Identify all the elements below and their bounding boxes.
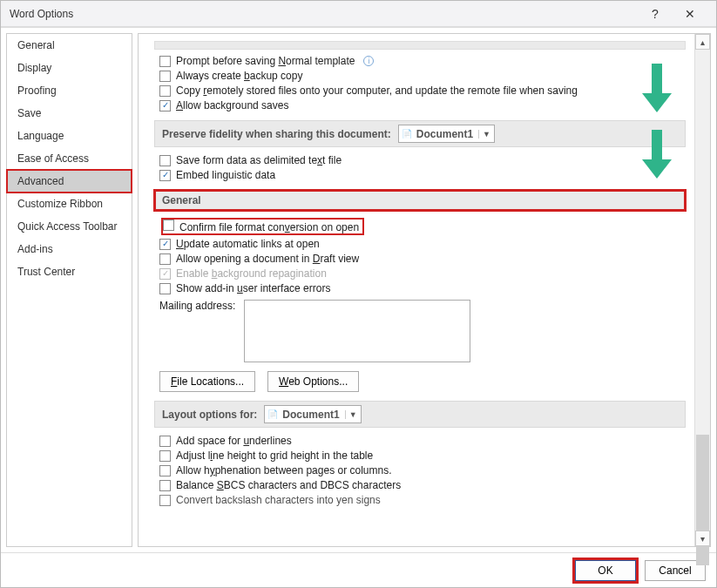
option-confirm_conv: Confirm file format conversion on open	[159, 218, 686, 235]
checkbox-addin_errors[interactable]	[159, 283, 171, 294]
label-prompt_normal: Prompt before saving Normal template	[176, 55, 355, 67]
checkbox-bg_repag	[159, 268, 171, 280]
option-prompt_normal: Prompt before saving Normal templatei	[159, 55, 686, 67]
sidebar-item-trust-center[interactable]: Trust Center	[7, 260, 132, 283]
sidebar-item-ease-of-access[interactable]: Ease of Access	[7, 147, 132, 170]
checkbox-draft_open[interactable]	[159, 253, 171, 265]
checkbox-balance_sbcs[interactable]	[159, 480, 171, 491]
general-buttons-row: File Locations...Web Options...	[159, 371, 686, 392]
dialog-body: GeneralDisplayProofingSaveLanguageEase o…	[1, 27, 716, 552]
checkbox-allow_hyphen[interactable]	[159, 465, 171, 476]
file-locations-button[interactable]: File Locations...	[159, 371, 255, 392]
web-options-button[interactable]: Web Options...	[267, 371, 359, 392]
label-save_form_data: Save form data as delimited text file	[176, 154, 342, 166]
layout-doc-dropdown[interactable]: 📄Document1▼	[264, 405, 361, 423]
annotation-arrow-1-icon	[642, 64, 672, 112]
close-button[interactable]: ✕	[673, 7, 707, 21]
sidebar-item-add-ins[interactable]: Add-ins	[7, 238, 132, 260]
content-scroll: Prompt before saving Normal templateiAlw…	[139, 34, 694, 546]
sidebar-item-proofing[interactable]: Proofing	[7, 79, 132, 102]
section-fidelity-label: Preserve fidelity when sharing this docu…	[162, 128, 391, 140]
label-copy_remote: Copy remotely stored files onto your com…	[176, 84, 578, 97]
option-adjust_line: Adjust line height to grid height in the…	[159, 449, 686, 462]
scroll-up-arrow[interactable]: ▴	[695, 34, 710, 50]
label-bg_repag: Enable background repagination	[176, 267, 327, 280]
sidebar-item-quick-access-toolbar[interactable]: Quick Access Toolbar	[7, 215, 132, 238]
checkbox-prompt_normal[interactable]	[159, 56, 171, 67]
option-bg_saves: Allow background saves	[159, 99, 686, 112]
label-auto_links: Update automatic links at open	[176, 238, 320, 250]
checkbox-confirm_conv[interactable]	[163, 220, 174, 231]
chevron-down-icon: ▼	[478, 130, 494, 139]
checkbox-embed_ling[interactable]	[159, 170, 171, 181]
annotation-arrow-2-icon	[642, 130, 672, 179]
mailing-address-input[interactable]	[244, 300, 470, 362]
mailing-address-label: Mailing address:	[159, 300, 235, 312]
vertical-scrollbar[interactable]: ▴ ▾	[694, 34, 710, 546]
checkbox-auto_links[interactable]	[159, 239, 171, 250]
help-button[interactable]: ?	[638, 7, 673, 21]
sidebar-item-language[interactable]: Language	[7, 125, 132, 147]
section-layout: Layout options for:📄Document1▼	[154, 401, 686, 428]
section-header-partial	[154, 41, 686, 50]
content-pane: Prompt before saving Normal templateiAlw…	[138, 33, 711, 547]
option-space_underlines: Add space for underlines	[159, 435, 686, 447]
option-embed_ling: Embed linguistic data	[159, 169, 686, 181]
ok-button[interactable]: OK	[575, 560, 636, 581]
option-addin_errors: Show add-in user interface errors	[159, 282, 686, 294]
option-copy_remote: Copy remotely stored files onto your com…	[159, 84, 686, 97]
fidelity-doc-dropdown[interactable]: 📄Document1▼	[398, 125, 495, 143]
label-allow_hyphen: Allow hyphenation between pages or colum…	[176, 464, 392, 476]
option-convert_backslash: Convert backslash characters into yen si…	[159, 494, 686, 506]
label-convert_backslash: Convert backslash characters into yen si…	[176, 494, 381, 506]
sidebar-item-display[interactable]: Display	[7, 57, 132, 79]
sidebar-item-save[interactable]: Save	[7, 102, 132, 125]
option-auto_links: Update automatic links at open	[159, 238, 686, 250]
sidebar-item-general[interactable]: General	[7, 34, 132, 57]
label-embed_ling: Embed linguistic data	[176, 169, 275, 181]
checkbox-space_underlines[interactable]	[159, 436, 171, 447]
scroll-down-arrow[interactable]: ▾	[695, 531, 710, 546]
checkbox-bg_saves[interactable]	[159, 100, 171, 112]
checkbox-save_form_data[interactable]	[159, 155, 171, 166]
dialog-title: Word Options	[10, 8, 638, 20]
layout-doc-dropdown-label: Document1	[281, 409, 344, 421]
checkbox-backup_copy[interactable]	[159, 71, 171, 82]
label-balance_sbcs: Balance SBCS characters and DBCS charact…	[176, 479, 401, 491]
category-sidebar: GeneralDisplayProofingSaveLanguageEase o…	[6, 33, 132, 547]
option-allow_hyphen: Allow hyphenation between pages or colum…	[159, 464, 686, 476]
info-icon[interactable]: i	[363, 56, 374, 66]
option-save_form_data: Save form data as delimited text file	[159, 154, 686, 166]
titlebar: Word Options ? ✕	[1, 1, 716, 27]
sidebar-item-advanced[interactable]: Advanced	[7, 170, 132, 193]
section-fidelity: Preserve fidelity when sharing this docu…	[154, 120, 686, 147]
label-confirm_conv: Confirm file format conversion on open	[179, 221, 359, 233]
checkbox-copy_remote[interactable]	[159, 85, 171, 97]
label-addin_errors: Show add-in user interface errors	[176, 282, 330, 294]
word-options-dialog: Word Options ? ✕ GeneralDisplayProofingS…	[0, 0, 717, 588]
label-draft_open: Allow opening a document in Draft view	[176, 253, 359, 265]
checkbox-convert_backslash[interactable]	[159, 495, 171, 506]
section-general: General	[154, 190, 686, 211]
label-adjust_line: Adjust line height to grid height in the…	[176, 449, 373, 462]
fidelity-doc-dropdown-label: Document1	[415, 128, 478, 140]
document-icon: 📄	[265, 409, 281, 419]
option-draft_open: Allow opening a document in Draft view	[159, 253, 686, 265]
label-bg_saves: Allow background saves	[176, 99, 288, 112]
checkbox-adjust_line[interactable]	[159, 450, 171, 462]
option-bg_repag: Enable background repagination	[159, 267, 686, 280]
highlighted-option: Confirm file format conversion on open	[161, 218, 364, 235]
mailing-address-row: Mailing address:	[159, 300, 686, 362]
option-balance_sbcs: Balance SBCS characters and DBCS charact…	[159, 479, 686, 491]
sidebar-item-customize-ribbon[interactable]: Customize Ribbon	[7, 193, 132, 215]
chevron-down-icon: ▼	[345, 410, 361, 419]
document-icon: 📄	[399, 129, 415, 139]
label-space_underlines: Add space for underlines	[176, 435, 292, 447]
dialog-footer: OK Cancel	[1, 552, 716, 587]
option-backup_copy: Always create backup copy	[159, 70, 686, 82]
label-backup_copy: Always create backup copy	[176, 70, 302, 82]
section-layout-label: Layout options for:	[162, 409, 257, 421]
